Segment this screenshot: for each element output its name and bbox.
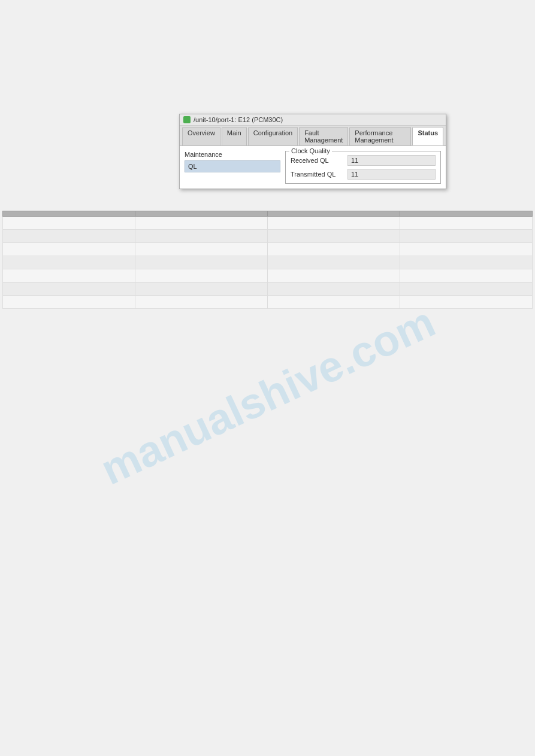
table-cell (135, 283, 268, 296)
maintenance-label: Maintenance (185, 151, 280, 158)
table-cell (400, 296, 533, 309)
table-cell (135, 256, 268, 269)
table-row (3, 283, 533, 296)
table-cell (268, 296, 400, 309)
fieldset-legend: Clock Quality (289, 147, 332, 154)
table-cell (135, 296, 268, 309)
table-cell (3, 217, 135, 230)
data-table (2, 211, 533, 309)
table-row (3, 269, 533, 283)
ql-list-item[interactable]: QL (185, 160, 280, 172)
table-cell (400, 243, 533, 256)
left-panel: Maintenance QL (185, 151, 280, 184)
col-header-1 (3, 211, 135, 217)
title-icon (183, 116, 191, 123)
table-cell (3, 296, 135, 309)
table-cell (3, 283, 135, 296)
table-cell (400, 217, 533, 230)
table-cell (268, 230, 400, 243)
col-header-3 (268, 211, 400, 217)
table-cell (268, 269, 400, 283)
table-row (3, 296, 533, 309)
received-ql-row: Received QL 11 (291, 155, 436, 166)
table-cell (3, 269, 135, 283)
col-header-2 (135, 211, 268, 217)
clock-quality-group: Clock Quality Received QL 11 Transmitted… (285, 151, 441, 184)
dialog-tabs: Overview Main Configuration Fault Manage… (180, 126, 446, 146)
col-header-4 (400, 211, 533, 217)
table-cell (400, 256, 533, 269)
dialog-body: Maintenance QL Clock Quality Received QL… (180, 146, 446, 189)
transmitted-ql-row: Transmitted QL 11 (291, 169, 436, 180)
table-cell (3, 230, 135, 243)
transmitted-ql-label: Transmitted QL (291, 171, 347, 178)
table-row (3, 256, 533, 269)
tab-configuration[interactable]: Configuration (248, 127, 298, 145)
dialog-titlebar: /unit-10/port-1: E12 (PCM30C) (180, 114, 446, 126)
table-cell (135, 230, 268, 243)
table-cell (400, 269, 533, 283)
watermark: manualshive.com (93, 297, 442, 494)
tab-main[interactable]: Main (222, 127, 247, 145)
table-cell (3, 256, 135, 269)
table-cell (400, 283, 533, 296)
table-cell (268, 283, 400, 296)
table-cell (268, 217, 400, 230)
dialog-title: /unit-10/port-1: E12 (PCM30C) (194, 116, 283, 123)
table-row (3, 217, 533, 230)
table-cell (400, 230, 533, 243)
received-ql-value: 11 (347, 155, 436, 166)
table-header-row (3, 211, 533, 217)
table-cell (135, 217, 268, 230)
table-area (0, 211, 535, 309)
tab-performance-management[interactable]: Performance Management (349, 127, 411, 145)
received-ql-label: Received QL (291, 157, 347, 164)
table-row (3, 243, 533, 256)
transmitted-ql-value: 11 (347, 169, 436, 180)
table-cell (135, 269, 268, 283)
table-row (3, 230, 533, 243)
tab-fault-management[interactable]: Fault Management (299, 127, 348, 145)
right-panel: Clock Quality Received QL 11 Transmitted… (285, 151, 441, 184)
dialog-window: /unit-10/port-1: E12 (PCM30C) Overview M… (179, 114, 446, 189)
table-cell (268, 256, 400, 269)
table-cell (3, 243, 135, 256)
table-cell (268, 243, 400, 256)
tab-status[interactable]: Status (412, 127, 443, 145)
tab-overview[interactable]: Overview (182, 127, 220, 145)
table-cell (135, 243, 268, 256)
